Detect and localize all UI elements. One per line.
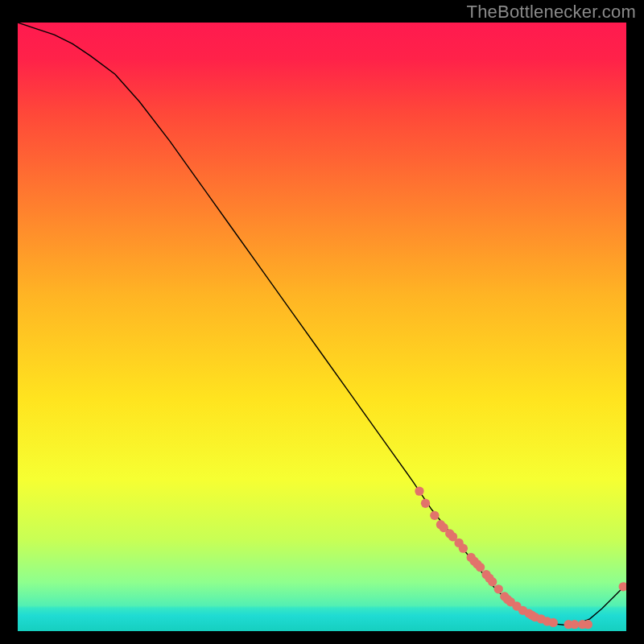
data-point <box>549 618 558 627</box>
data-point <box>488 577 497 586</box>
watermark-label: TheBottlenecker.com <box>467 2 636 23</box>
data-point <box>476 563 485 572</box>
data-point <box>430 511 439 520</box>
bottleneck-chart <box>18 23 626 631</box>
data-point <box>415 486 423 495</box>
data-point <box>421 499 430 508</box>
gradient-background <box>18 23 626 631</box>
data-point <box>459 544 468 553</box>
data-point <box>494 584 503 593</box>
figure-container: { "watermark": "TheBottlenecker.com", "g… <box>0 0 644 644</box>
data-point <box>570 620 579 629</box>
data-point <box>584 620 592 629</box>
